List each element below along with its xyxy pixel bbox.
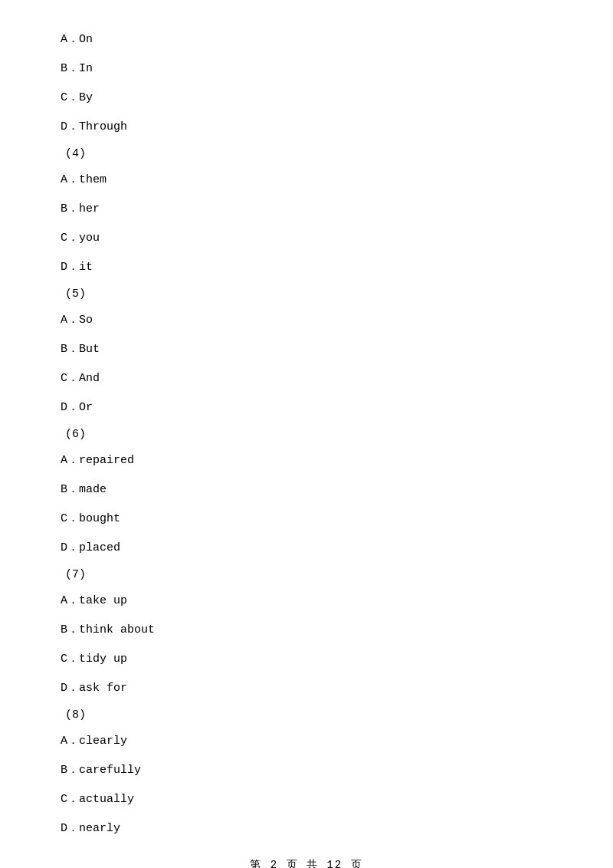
item-3-2: C．bought bbox=[61, 510, 552, 528]
section-label-1: (4) bbox=[61, 147, 552, 160]
item-5-2: C．actually bbox=[61, 791, 552, 809]
section-label-3: (6) bbox=[61, 428, 552, 441]
item-4-1: B．think about bbox=[61, 621, 552, 639]
item-5-3: D．nearly bbox=[61, 820, 552, 838]
item-1-1: B．her bbox=[61, 200, 552, 219]
item-2-2: C．And bbox=[61, 370, 552, 388]
item-3-3: D．placed bbox=[61, 539, 552, 557]
item-4-0: A．take up bbox=[61, 592, 552, 610]
item-0-2: C．By bbox=[61, 89, 552, 107]
item-2-0: A．So bbox=[61, 311, 552, 330]
item-0-3: D．Through bbox=[61, 118, 552, 136]
item-2-3: D．Or bbox=[61, 399, 552, 417]
section-label-2: (5) bbox=[61, 288, 552, 301]
main-content: A．OnB．InC．ByD．Through(4)A．themB．herC．you… bbox=[0, 0, 613, 868]
item-3-1: B．made bbox=[61, 481, 552, 499]
item-4-2: C．tidy up bbox=[61, 650, 552, 669]
item-5-1: B．carefully bbox=[61, 761, 552, 780]
item-5-0: A．clearly bbox=[61, 732, 552, 751]
item-1-2: C．you bbox=[61, 229, 552, 248]
item-2-1: B．But bbox=[61, 340, 552, 359]
footer-text: 第 2 页 共 12 页 bbox=[250, 859, 362, 868]
item-3-0: A．repaired bbox=[61, 452, 552, 470]
item-0-1: B．In bbox=[61, 60, 552, 78]
item-1-0: A．them bbox=[61, 171, 552, 189]
item-4-3: D．ask for bbox=[61, 679, 552, 698]
section-label-4: (7) bbox=[61, 568, 552, 581]
item-1-3: D．it bbox=[61, 258, 552, 277]
page-footer: 第 2 页 共 12 页 bbox=[0, 858, 613, 868]
section-label-5: (8) bbox=[61, 709, 552, 722]
item-0-0: A．On bbox=[61, 31, 552, 49]
